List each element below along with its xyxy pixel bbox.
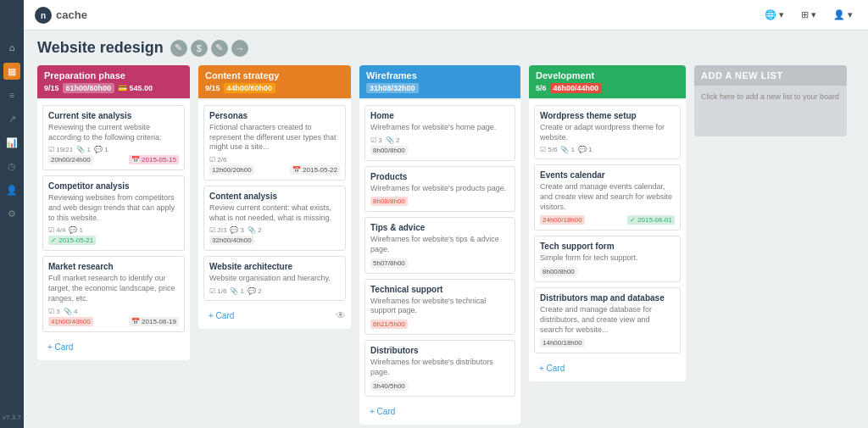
column-preparation: Preparation phase 9/15 61h00/60h00 💳 545… (37, 65, 190, 360)
col-wireframes-hours: 31h08/32h00 (366, 83, 419, 93)
col-preparation-count: 9/15 (44, 84, 59, 92)
tasks-icon: ☑ 1/6 (209, 287, 226, 295)
share-icon[interactable]: ↗ (3, 110, 20, 127)
card-hours: 41h00/40h00 (48, 317, 93, 326)
add-card-development[interactable]: + Card (534, 360, 681, 376)
column-header-development: Development 5/6 46h00/44h00 (529, 65, 686, 98)
card-desc: Wireframes for website's products page. (370, 184, 509, 194)
settings-icon[interactable]: ⚙ (3, 205, 20, 222)
eye-icon: 👁 (336, 309, 346, 321)
card-products[interactable]: Products Wireframes for website's produc… (364, 166, 515, 213)
card-wp-theme[interactable]: Wordpress theme setup Create or adapt wo… (534, 105, 681, 159)
card-distributors-db[interactable]: Distributors map and database Create and… (534, 287, 681, 353)
tasks-icon: ☑ 19/21 (48, 146, 73, 153)
globe-button[interactable]: 🌐 ▾ (760, 8, 789, 22)
card-title: Technical support (370, 285, 509, 294)
card-market-research[interactable]: Market research Full market research to … (42, 256, 185, 331)
card-website-arch[interactable]: Website architecture Website organisatio… (203, 256, 346, 301)
col-development-stats: 5/6 46h00/44h00 (536, 83, 679, 93)
tasks-icon: ☑ 2/3 (209, 226, 226, 234)
add-card-wireframes[interactable]: + Card (364, 403, 515, 420)
card-hours: 8h08/8h00 (370, 197, 408, 206)
card-title: Distributors map and database (540, 293, 675, 303)
card-tech-form[interactable]: Tech support form Simple form for tech s… (534, 236, 681, 282)
card-distributors[interactable]: Distributors Wireframes for website's di… (364, 340, 515, 396)
list-icon[interactable]: ≡ (3, 86, 20, 103)
user-button[interactable]: 👤 ▾ (828, 8, 858, 22)
sidebar: ⌂ ▦ ≡ ↗ 📊 ◷ 👤 ⚙ v7.3.7 (0, 0, 24, 428)
users-icon[interactable]: 👤 (3, 181, 20, 198)
card-personas[interactable]: Personas Fictional characters created to… (203, 105, 346, 181)
add-list-header: ADD A NEW LIST (694, 65, 847, 86)
tasks-icon: ☑ 4/4 (48, 226, 65, 234)
col-content-title: Content strategy (205, 70, 279, 81)
column-header-wireframes: Wireframes 31h08/32h00 (359, 65, 520, 98)
card-desc: Wireframes for website's distributors pa… (370, 358, 509, 377)
logo-text: cache (56, 8, 87, 21)
tasks-icon: ☑ 2/6 (209, 156, 226, 164)
card-tips[interactable]: Tips & advice Wireframes for website's t… (364, 217, 515, 273)
tasks-icon: ☑ 3 (48, 308, 60, 315)
logo-icon: n (34, 6, 53, 25)
col-development-hours: 46h00/44h00 (550, 83, 603, 93)
card-hours: 5h07/8h00 (370, 258, 408, 268)
sidebar-logo (2, 7, 22, 27)
card-footer: 32h00/40h00 (209, 236, 340, 245)
card-hours: 20h00/24h00 (48, 155, 93, 164)
svg-text:n: n (41, 11, 46, 20)
card-title: Content analysis (209, 192, 340, 201)
topbar: n cache 🌐 ▾ ⊞ ▾ 👤 ▾ (24, 0, 868, 31)
clock-icon[interactable]: ◷ (3, 158, 20, 175)
card-title: Distributors (370, 346, 509, 355)
col-preparation-stats: 9/15 61h00/60h00 💳 545.00 (44, 83, 183, 93)
app-version: v7.3.7 (3, 414, 21, 421)
col-wireframes-stats: 31h08/32h00 (366, 83, 514, 93)
page-content: Website redesign ✎ $ ✎ → Preparation pha… (24, 31, 868, 428)
card-tech-support[interactable]: Technical support Wireframes for website… (364, 279, 515, 335)
card-footer: 24h00/18h00 ✓ 2015-06-01 (540, 215, 675, 225)
card-footer: 12h00/20h00 📅 2015-05-22 (209, 165, 340, 175)
page-header: Website redesign ✎ $ ✎ → (24, 31, 868, 62)
card-title: Events calendar (540, 170, 675, 180)
settings2-icon[interactable]: ✎ (211, 40, 228, 57)
card-hours: 3h40/5h00 (370, 381, 408, 391)
card-content-analysis[interactable]: Content analysis Review current content:… (203, 186, 346, 251)
card-meta: ☑ 5/6 📎 1 💬 1 (540, 146, 675, 153)
card-meta: ☑ 2/3 💬 3 📎 2 (209, 226, 340, 234)
report-icon[interactable]: 📊 (3, 134, 20, 151)
card-desc: Create and manage database for distribut… (540, 305, 675, 335)
add-card-preparation[interactable]: + Card (42, 339, 185, 355)
card-date: 📅 2015-06-19 (129, 317, 179, 326)
share2-icon[interactable]: → (231, 40, 248, 57)
card-date: 📅 2015-05-15 (129, 155, 179, 164)
card-title: Personas (209, 111, 340, 120)
card-title: Tips & advice (370, 223, 509, 232)
card-competitor[interactable]: Competitor analysis Reviewing websites f… (42, 175, 185, 251)
attach-icon: 📎 2 (386, 136, 400, 144)
grid-button[interactable]: ⊞ ▾ (796, 8, 821, 22)
comment-icon: 💬 1 (578, 146, 593, 153)
board: Preparation phase 9/15 61h00/60h00 💳 545… (24, 62, 868, 428)
card-current-site[interactable]: Current site analysis Reviewing the curr… (42, 105, 185, 170)
card-desc: Reviewing the current website according … (48, 123, 179, 142)
add-list-body[interactable]: Click here to add a new list to your boa… (694, 86, 847, 136)
comment-icon: 💬 1 (94, 146, 108, 153)
add-card-content[interactable]: + Card (203, 308, 239, 324)
column-development: Development 5/6 46h00/44h00 Wordpress th… (529, 65, 686, 381)
edit-icon[interactable]: ✎ (170, 40, 187, 57)
attach-icon: 📎 4 (64, 308, 78, 315)
home-icon[interactable]: ⌂ (3, 39, 20, 56)
card-title: Current site analysis (48, 111, 179, 120)
card-meta: ☑ 3 📎 2 (370, 136, 509, 144)
page-title: Website redesign (37, 39, 164, 57)
card-hours: 32h00/40h00 (209, 236, 254, 245)
card-home[interactable]: Home Wireframes for website's home page.… (364, 105, 515, 161)
col-preparation-money: 💳 545.00 (118, 84, 153, 92)
dollar-icon[interactable]: $ (191, 40, 208, 57)
column-header-preparation: Preparation phase 9/15 61h00/60h00 💳 545… (37, 65, 190, 98)
card-events[interactable]: Events calendar Create and manage events… (534, 164, 681, 231)
col-wireframes-body: Home Wireframes for website's home page.… (359, 100, 520, 425)
topbar-right: 🌐 ▾ ⊞ ▾ 👤 ▾ (760, 8, 858, 22)
kanban-icon[interactable]: ▦ (3, 63, 20, 80)
card-hours: 12h00/20h00 (209, 165, 254, 175)
